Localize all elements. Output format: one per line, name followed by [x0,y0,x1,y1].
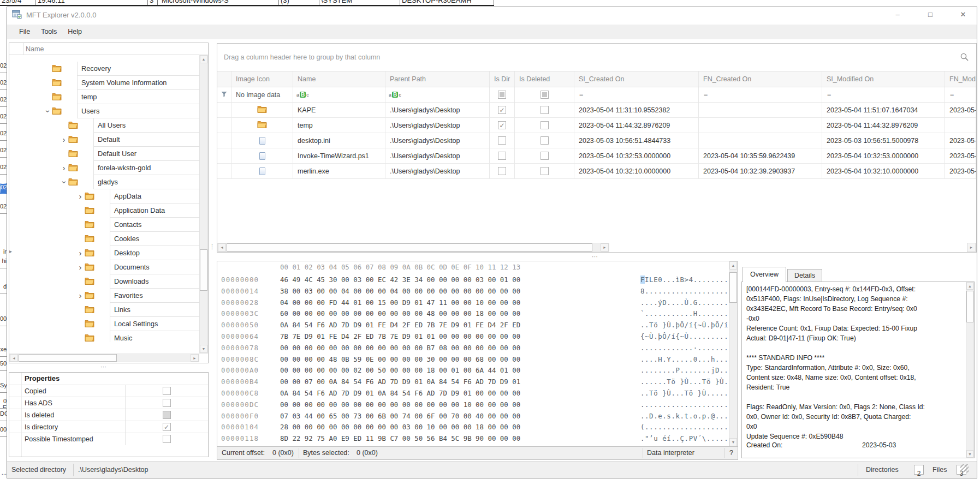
minimize-button[interactable]: – [885,8,910,22]
hex-row[interactable]: 000000C80A 84 54 F6 AD 7D D9 01 0A 84 54… [217,388,728,399]
hex-row[interactable]: 000000647B 7E D9 01 FE D4 2F ED 7B 7E D9… [217,331,728,343]
grid-row-desktop-ini[interactable]: desktop.ini.\Users\gladys\Desktop2023-05… [217,133,976,148]
tab-overview[interactable]: Overview [743,267,786,282]
menu-item-file[interactable]: File [14,25,35,39]
grid-row-temp[interactable]: temp.\Users\gladys\Desktop✓2023-05-04 11… [217,118,976,133]
scroll-down-icon[interactable]: ▼ [966,450,973,458]
tree-item-recovery[interactable]: Recovery [10,62,200,76]
close-button[interactable]: ✕ [951,8,976,22]
scroll-up-icon[interactable]: ▲ [966,282,973,290]
column-header-fn-modified-on[interactable]: FN_Modified On [945,71,976,87]
vertical-splitter[interactable]: ⋮ [209,243,216,250]
filter-text-cell[interactable]: aBc [385,87,490,102]
hex-row[interactable]: 0000002804 00 00 00 FD 44 01 00 15 00 D9… [217,297,728,309]
chevron-down-icon[interactable]: › [60,178,68,187]
filter-checkbox-cell[interactable] [490,87,515,102]
column-header-si-modified-on[interactable]: SI_Modified On [822,71,945,87]
tree-props-splitter[interactable]: ⋯ [82,363,126,370]
hex-row[interactable]: 0000000046 49 4C 45 30 00 03 00 EC 42 3E… [217,274,728,286]
grid-horizontal-scrollbar[interactable]: ◄ ► [217,243,609,252]
maximize-button[interactable]: □ [918,8,943,22]
tree-item-system-volume-information[interactable]: System Volume Information [10,76,200,90]
hex-row[interactable]: 0000001438 00 03 00 00 04 00 00 00 04 00… [217,286,728,297]
scroll-down-icon[interactable]: ▼ [729,438,737,446]
column-header-is-deleted[interactable]: Is Deleted [515,71,574,87]
tree-item-temp[interactable]: temp [10,90,200,104]
hex-viewer[interactable]: 00 01 02 03 04 05 06 07 08 09 0A 0B 0C 0… [217,261,738,447]
filter-text-cell[interactable]: aBc [293,87,385,102]
tree-horizontal-scrollbar[interactable]: ◄ ► [9,354,199,362]
tree-item-all-users[interactable]: All Users [10,118,200,133]
scroll-left-icon[interactable]: ◄ [218,243,226,252]
search-icon[interactable] [960,52,969,63]
tree-item-application-data[interactable]: Application Data [10,203,200,218]
filter-equals-cell[interactable]: = [574,87,699,102]
tree-item-contacts[interactable]: Contacts [10,218,200,232]
chevron-right-icon[interactable]: › [76,263,85,272]
hex-vscroll-thumb[interactable] [729,272,737,303]
hex-row[interactable]: 000000F007 03 44 00 65 00 73 00 6B 00 74… [217,411,728,422]
tree-hscroll-thumb[interactable] [19,354,117,362]
filter-image-icon[interactable]: No image data [231,87,293,102]
grid-row-invoke-timewizard-ps1[interactable]: Invoke-TimeWizard.ps1.\Users\gladys\Desk… [217,148,976,164]
hex-row[interactable]: 000001188D 22 92 75 A0 E9 ED 11 9B C7 00… [217,433,728,445]
hex-vertical-scrollbar[interactable]: ▲ ▼ [729,261,738,446]
chevron-right-icon[interactable]: › [76,192,85,201]
tree-column-header[interactable]: Name [9,43,208,55]
tree-item-desktop[interactable]: ›Desktop [10,246,200,260]
help-icon[interactable]: ? [729,447,733,459]
tree-vscroll-thumb[interactable] [200,249,207,291]
scroll-left-icon[interactable]: ◄ [10,354,18,362]
column-header-is-dir[interactable]: Is Dir [490,71,515,87]
tree-item-cookies[interactable]: Cookies [10,232,200,246]
hex-row[interactable]: 000000B400 00 07 00 0A 84 54 F6 AD 7D D9… [217,376,728,388]
column-header-image-icon[interactable]: Image Icon [231,71,293,87]
tree-item-forela-wkstn-gold[interactable]: ›forela-wkstn-gold [10,161,200,175]
hex-row[interactable]: 0000008C00 00 00 00 48 0B 59 0E 00 00 00… [217,354,728,366]
scroll-up-icon[interactable]: ▲ [729,261,737,270]
tree-item-music[interactable]: Music [10,331,200,342]
column-header-parent-path[interactable]: Parent Path [385,71,490,87]
tree-item-documents[interactable]: ›Documents [10,260,200,274]
filter-equals-cell[interactable]: = [822,87,945,102]
menu-item-tools[interactable]: Tools [35,25,62,39]
tree-item-default-user[interactable]: Default User [10,147,200,161]
grid-row-merlin-exe[interactable]: merlin.exe.\Users\gladys\Desktop2023-05-… [217,164,976,179]
chevron-right-icon[interactable]: › [60,135,68,144]
grid-hex-splitter[interactable]: ⋯ [579,253,611,260]
hex-row[interactable]: 000000500A 84 54 F6 AD 7D D9 01 FE D4 2F… [217,320,728,331]
filter-icon-cell[interactable] [217,87,231,102]
column-header-name[interactable]: Name [293,71,385,87]
tree-item-users[interactable]: ›Users [10,104,200,118]
tree-item-links[interactable]: Links [10,303,200,317]
hex-row[interactable]: 0000007800 00 00 00 00 00 00 00 00 00 00… [217,343,728,354]
tree-item-appdata[interactable]: ›AppData [10,189,200,203]
tree-item-favorites[interactable]: ›Favorites [10,289,200,303]
grid-hscroll-thumb[interactable] [227,243,592,252]
hex-row[interactable]: 000000DC00 00 00 00 00 00 00 00 00 00 00… [217,399,728,411]
chevron-right-icon[interactable]: › [60,164,68,172]
filter-equals-cell[interactable]: = [699,87,822,102]
tree-item-default[interactable]: ›Default [10,133,200,147]
scroll-up-icon[interactable]: ▲ [200,55,207,63]
chevron-right-icon[interactable]: › [76,291,85,300]
scroll-right-icon[interactable]: ► [967,243,976,252]
filter-checkbox-cell[interactable] [515,87,574,102]
hex-row[interactable]: 000000A000 00 00 00 00 00 02 00 50 00 00… [217,365,728,376]
column-header-fn-created-on[interactable]: FN_Created On [699,71,822,87]
overview-vscroll-thumb[interactable] [966,291,973,322]
chevron-right-icon[interactable]: › [76,249,85,258]
scroll-down-icon[interactable]: ▼ [200,345,207,353]
grid-row-kape[interactable]: KAPE.\Users\gladys\Desktop✓2023-05-04 11… [217,103,976,118]
tree-item-gladys[interactable]: ›gladys [10,175,200,189]
group-by-bar[interactable]: Drag a column header here to group by th… [217,44,976,71]
tab-details[interactable]: Details [787,269,822,282]
column-header-si-created-on[interactable]: SI_Created On [574,71,699,87]
scroll-right-icon[interactable]: ► [191,354,199,362]
scroll-right-icon[interactable]: ► [601,243,609,252]
tree-item-local-settings[interactable]: Local Settings [10,317,200,331]
panel-collapse-icon[interactable]: ▸ [9,248,12,254]
overview-vertical-scrollbar[interactable]: ▲ ▼ [966,282,974,458]
hex-row[interactable]: 0000010428 00 00 00 00 00 00 00 00 00 03… [217,422,728,433]
menu-item-help[interactable]: Help [62,25,87,39]
